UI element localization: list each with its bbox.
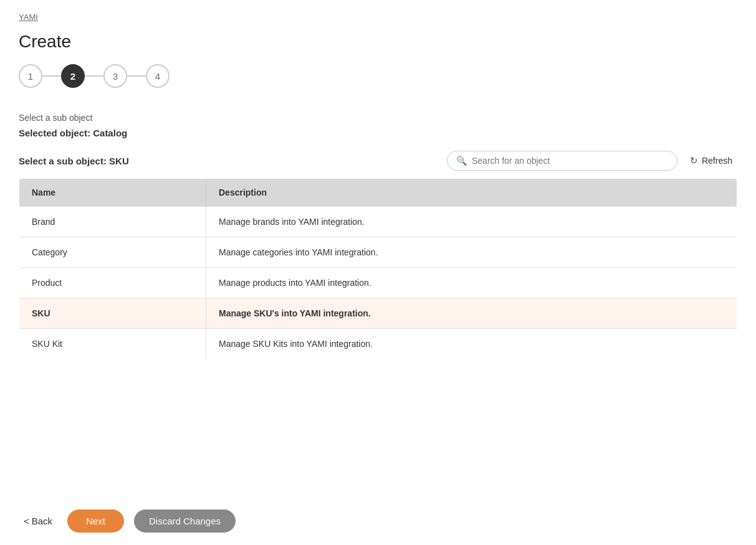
step-3[interactable]: 3 — [103, 64, 127, 88]
table-row[interactable]: SKUManage SKU's into YAMI integration. — [19, 298, 737, 329]
table-cell-name: SKU Kit — [19, 329, 206, 359]
table-row[interactable]: BrandManage brands into YAMI integration… — [19, 207, 737, 237]
table-cell-description: Manage SKU's into YAMI integration. — [206, 298, 737, 329]
table-cell-name: Category — [19, 237, 206, 268]
table-header: Name Description — [19, 179, 737, 207]
back-label: Back — [32, 516, 52, 526]
breadcrumb[interactable]: YAMI — [19, 12, 737, 22]
step-1[interactable]: 1 — [19, 64, 42, 88]
search-refresh-group: 🔍 ↻ Refresh — [447, 151, 737, 171]
table-row[interactable]: ProductManage products into YAMI integra… — [19, 268, 737, 298]
refresh-icon: ↻ — [690, 155, 698, 166]
sub-object-label: Select a sub object: SKU — [19, 156, 129, 166]
section-label: Select a sub object — [19, 113, 737, 123]
footer: < Back Next Discard Changes — [19, 500, 737, 533]
col-header-description: Description — [206, 179, 737, 207]
table-cell-description: Manage brands into YAMI integration. — [206, 207, 737, 237]
step-2[interactable]: 2 — [61, 64, 85, 88]
refresh-button[interactable]: ↻ Refresh — [685, 153, 737, 169]
page-title: Create — [19, 32, 737, 52]
next-button[interactable]: Next — [67, 509, 124, 533]
stepper: 1 2 3 4 — [19, 64, 737, 88]
data-table: Name Description BrandManage brands into… — [19, 178, 737, 359]
search-input[interactable] — [472, 156, 668, 166]
back-button[interactable]: < Back — [19, 513, 57, 529]
refresh-label: Refresh — [702, 156, 732, 166]
table-cell-description: Manage products into YAMI integration. — [206, 268, 737, 298]
step-connector-3-4 — [127, 75, 146, 77]
search-box: 🔍 — [447, 151, 677, 171]
step-connector-2-3 — [85, 75, 103, 77]
back-arrow-icon: < — [24, 516, 29, 526]
table-body: BrandManage brands into YAMI integration… — [19, 207, 737, 359]
table-cell-name: Product — [19, 268, 206, 298]
page-container: YAMI Create 1 2 3 4 Select a sub object … — [0, 0, 756, 545]
table-cell-description: Manage SKU Kits into YAMI integration. — [206, 329, 737, 359]
selected-object-label: Selected object: Catalog — [19, 128, 737, 138]
sub-object-header: Select a sub object: SKU 🔍 ↻ Refresh — [19, 151, 737, 171]
table-wrapper: Name Description BrandManage brands into… — [19, 178, 737, 481]
discard-button[interactable]: Discard Changes — [134, 509, 236, 533]
step-4[interactable]: 4 — [146, 64, 170, 88]
table-cell-description: Manage categories into YAMI integration. — [206, 237, 737, 268]
search-icon: 🔍 — [456, 156, 467, 166]
table-cell-name: SKU — [19, 298, 206, 329]
step-connector-1-2 — [42, 75, 61, 77]
col-header-name: Name — [19, 179, 206, 207]
table-row[interactable]: SKU KitManage SKU Kits into YAMI integra… — [19, 329, 737, 359]
table-row[interactable]: CategoryManage categories into YAMI inte… — [19, 237, 737, 268]
table-cell-name: Brand — [19, 207, 206, 237]
